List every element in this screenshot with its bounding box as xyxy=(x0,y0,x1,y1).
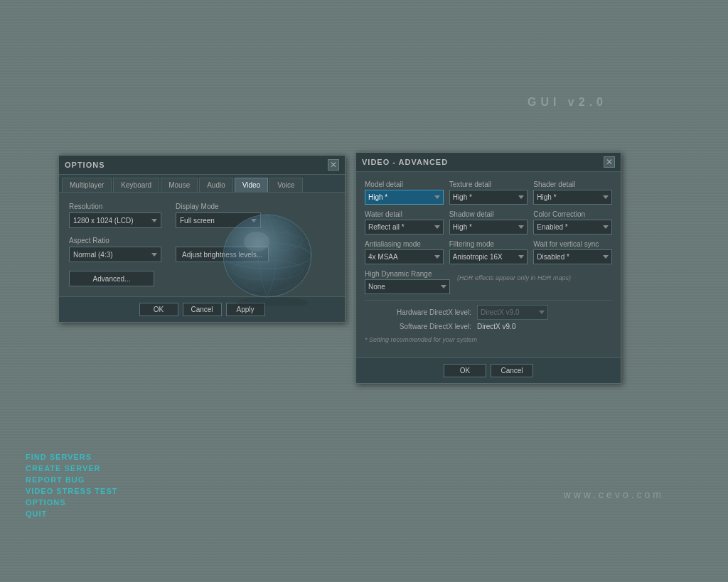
detail-row-3: Antialiasing mode 4x MSAA Filtering mode… xyxy=(365,240,612,264)
svg-point-0 xyxy=(223,215,311,297)
hdr-label: High Dynamic Range xyxy=(365,270,450,278)
menu-item-create-server[interactable]: CREATE SERVER xyxy=(26,464,117,473)
water-detail-group: Water detail Reflect all * xyxy=(365,210,444,235)
antialias-label: Antialiasing mode xyxy=(365,240,444,248)
options-titlebar: OPTIONS ✕ xyxy=(59,156,345,175)
model-detail-label: Model detail xyxy=(365,180,444,188)
resolution-group: Resolution 1280 x 1024 (LCD) xyxy=(69,203,161,228)
video-adv-titlebar: VIDEO - ADVANCED ✕ xyxy=(356,153,621,172)
sw-dx-value: DirectX v9.0 xyxy=(477,323,515,330)
left-menu: FIND SERVERS CREATE SERVER REPORT BUG VI… xyxy=(26,453,117,518)
logo-3d-graphic xyxy=(207,206,328,306)
hdr-section: High Dynamic Range None (HDR effects app… xyxy=(365,270,612,294)
options-content: Resolution 1280 x 1024 (LCD) Display Mod… xyxy=(59,193,345,296)
shader-detail-label: Shader detail xyxy=(533,180,612,188)
detail-row-1: Model detail High * Texture detail High … xyxy=(365,180,612,205)
tab-multiplayer[interactable]: Multiplayer xyxy=(62,178,112,192)
options-title: OPTIONS xyxy=(65,161,105,169)
ok-button[interactable]: OK xyxy=(139,303,178,316)
vsync-group: Wait for vertical sync Disabled * xyxy=(533,240,612,264)
hw-dx-select[interactable]: DirectX v9.0 xyxy=(477,305,548,320)
tab-mouse[interactable]: Mouse xyxy=(161,178,198,192)
aspect-select[interactable]: Normal (4:3) xyxy=(69,247,161,262)
aspect-label: Aspect Ratio xyxy=(69,237,161,244)
logo-area xyxy=(200,203,335,309)
color-correction-select[interactable]: Enabled * xyxy=(533,220,612,235)
hw-directx-row: Hardware DirectX level: DirectX v9.0 xyxy=(365,305,612,320)
tab-audio[interactable]: Audio xyxy=(199,178,233,192)
svg-point-6 xyxy=(244,232,269,252)
directx-section: Hardware DirectX level: DirectX v9.0 Sof… xyxy=(365,305,612,330)
video-adv-close-button[interactable]: ✕ xyxy=(604,156,615,168)
filtering-label: Filtering mode xyxy=(449,240,528,248)
setting-note: * Setting recommended for your system xyxy=(365,336,612,343)
hdr-note: (HDR effects appear only in HDR maps) xyxy=(457,270,571,281)
filtering-select[interactable]: Anisotropic 16X xyxy=(449,249,528,264)
shader-detail-select[interactable]: High * xyxy=(533,190,612,205)
tab-keyboard[interactable]: Keyboard xyxy=(113,178,159,192)
water-detail-select[interactable]: Reflect all * xyxy=(365,220,444,235)
gui-version-label: GUI v2.0 xyxy=(528,96,607,109)
video-adv-cancel-button[interactable]: Cancel xyxy=(491,364,533,377)
resolution-label: Resolution xyxy=(69,203,161,210)
menu-item-quit[interactable]: QUIT xyxy=(26,510,117,518)
video-adv-ok-button[interactable]: OK xyxy=(444,364,486,377)
texture-detail-label: Texture detail xyxy=(449,180,528,188)
menu-item-video-stress-test[interactable]: VIDEO STRESS TEST xyxy=(26,487,117,495)
menu-item-options[interactable]: OPTIONS xyxy=(26,498,117,507)
options-tabs: Multiplayer Keyboard Mouse Audio Video V… xyxy=(59,175,345,193)
sw-directx-row: Software DirectX level: DirectX v9.0 xyxy=(365,323,612,330)
model-detail-select[interactable]: High * xyxy=(365,190,444,205)
hdr-group: High Dynamic Range None xyxy=(365,270,450,294)
detail-row-2: Water detail Reflect all * Shadow detail… xyxy=(365,210,612,235)
resolution-select[interactable]: 1280 x 1024 (LCD) xyxy=(69,212,161,228)
water-detail-label: Water detail xyxy=(365,210,444,218)
advanced-button[interactable]: Advanced... xyxy=(69,271,154,286)
shader-detail-group: Shader detail High * xyxy=(533,180,612,205)
options-close-button[interactable]: ✕ xyxy=(328,159,339,171)
video-adv-title: VIDEO - ADVANCED xyxy=(362,158,448,166)
vsync-label: Wait for vertical sync xyxy=(533,240,612,248)
vsync-select[interactable]: Disabled * xyxy=(533,249,612,264)
video-adv-content: Model detail High * Texture detail High … xyxy=(356,172,621,357)
texture-detail-select[interactable]: High * xyxy=(449,190,528,205)
filtering-group: Filtering mode Anisotropic 16X xyxy=(449,240,528,264)
texture-detail-group: Texture detail High * xyxy=(449,180,528,205)
tab-voice[interactable]: Voice xyxy=(269,178,302,192)
shadow-detail-label: Shadow detail xyxy=(449,210,528,218)
sw-dx-label: Software DirectX level: xyxy=(365,323,471,330)
hdr-select[interactable]: None xyxy=(365,279,450,294)
video-adv-bottom-buttons: OK Cancel xyxy=(356,357,621,383)
shadow-detail-select[interactable]: High * xyxy=(449,220,528,235)
website-label: www.cevo.com xyxy=(564,489,664,500)
aspect-group: Aspect Ratio Normal (4:3) xyxy=(69,237,161,262)
color-correction-label: Color Correction xyxy=(533,210,612,218)
menu-item-report-bug[interactable]: REPORT BUG xyxy=(26,475,117,484)
antialias-select[interactable]: 4x MSAA xyxy=(365,249,444,264)
model-detail-group: Model detail High * xyxy=(365,180,444,205)
shadow-detail-group: Shadow detail High * xyxy=(449,210,528,235)
video-advanced-dialog: VIDEO - ADVANCED ✕ Model detail High * T… xyxy=(355,152,621,384)
options-dialog: OPTIONS ✕ Multiplayer Keyboard Mouse Aud… xyxy=(58,155,346,323)
color-correction-group: Color Correction Enabled * xyxy=(533,210,612,235)
separator xyxy=(365,300,612,301)
menu-item-find-servers[interactable]: FIND SERVERS xyxy=(26,453,117,461)
antialias-group: Antialiasing mode 4x MSAA xyxy=(365,240,444,264)
tab-video[interactable]: Video xyxy=(235,178,268,192)
svg-point-7 xyxy=(237,297,308,306)
hw-dx-label: Hardware DirectX level: xyxy=(365,308,471,316)
